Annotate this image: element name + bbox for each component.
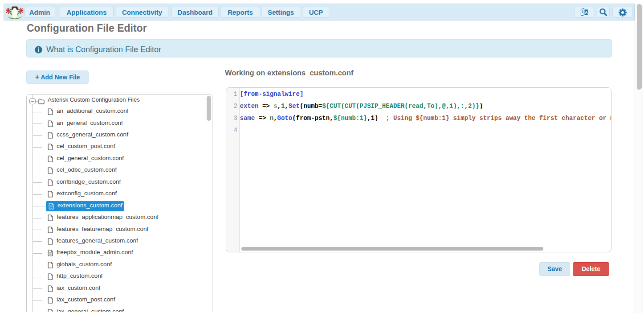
svg-text:A: A (584, 10, 587, 15)
